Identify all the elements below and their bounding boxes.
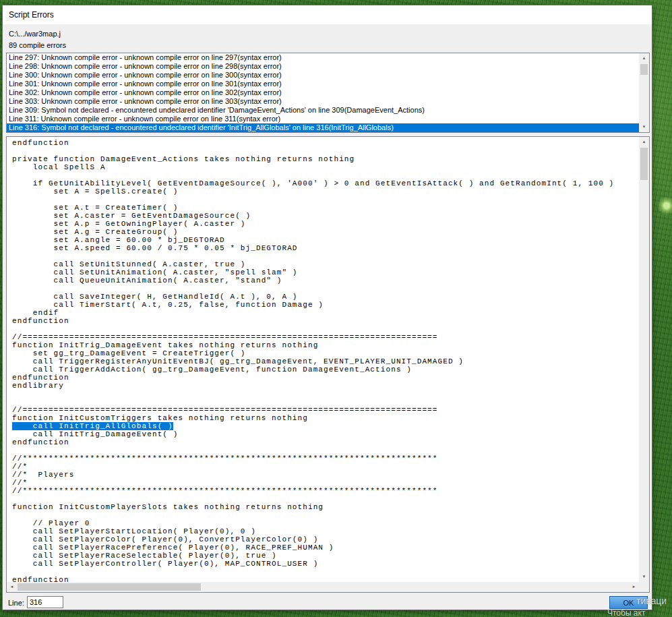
- script-errors-dialog: Script Errors C:\.../war3map.j 89 compil…: [2, 5, 652, 610]
- error-list-scroll-thumb[interactable]: [640, 64, 648, 75]
- line-number-input[interactable]: [27, 596, 63, 608]
- title-bar[interactable]: Script Errors: [3, 5, 652, 24]
- line-number-label: Line:: [8, 599, 24, 607]
- code-before: endfunction private function DamageEvent…: [12, 139, 614, 422]
- error-list-rows: Line 297: Unknown compile error - unknow…: [7, 53, 639, 132]
- error-list-item[interactable]: Line 297: Unknown compile error - unknow…: [7, 53, 639, 62]
- error-list-item[interactable]: Line 298: Unknown compile error - unknow…: [7, 62, 639, 71]
- error-list-item[interactable]: Line 309: Symbol not declared - encounte…: [7, 106, 639, 115]
- error-list-item-selected[interactable]: Line 316: Symbol not declared - encounte…: [7, 123, 639, 132]
- code-view[interactable]: endfunction private function DamageEvent…: [6, 136, 650, 593]
- code-after: call InitTrig_DamageEvent( ) endfunction…: [12, 430, 438, 582]
- code-horizontal-scroll-thumb[interactable]: [18, 583, 201, 591]
- scroll-down-icon[interactable]: ▼: [639, 122, 649, 132]
- error-list-item[interactable]: Line 300: Unknown compile error - unknow…: [7, 71, 639, 80]
- code-vertical-scrollbar[interactable]: ▲ ▼: [639, 137, 649, 582]
- error-list-item[interactable]: Line 301: Unknown compile error - unknow…: [7, 80, 639, 88]
- error-list-item[interactable]: Line 302: Unknown compile error - unknow…: [7, 88, 639, 97]
- highlighted-code-line: call InitTrig_AllGlobals( ): [12, 422, 173, 430]
- error-list-vertical-scrollbar[interactable]: ▲ ▼: [639, 53, 649, 132]
- scroll-up-icon[interactable]: ▲: [639, 137, 649, 147]
- ok-button[interactable]: OK: [609, 596, 648, 609]
- error-list-item[interactable]: Line 303: Unknown compile error - unknow…: [7, 97, 639, 106]
- desktop-background: Script Errors C:\.../war3map.j 89 compil…: [0, 0, 672, 617]
- scrollbar-corner: [639, 582, 649, 592]
- error-list: Line 297: Unknown compile error - unknow…: [6, 53, 650, 133]
- window-title: Script Errors: [9, 10, 54, 20]
- code-text: endfunction private function DamageEvent…: [7, 137, 639, 582]
- code-vertical-scroll-thumb[interactable]: [640, 148, 648, 180]
- error-count: 89 compile errors: [9, 41, 66, 49]
- scroll-down-icon[interactable]: ▼: [639, 572, 649, 582]
- scroll-left-icon[interactable]: ◄: [7, 582, 17, 592]
- code-horizontal-scrollbar[interactable]: ◄ ►: [7, 582, 639, 592]
- scroll-right-icon[interactable]: ►: [629, 582, 639, 592]
- file-path: C:\.../war3map.j: [9, 30, 61, 38]
- error-list-item[interactable]: Line 311: Unknown compile error - unknow…: [7, 115, 639, 123]
- scroll-up-icon[interactable]: ▲: [639, 53, 649, 63]
